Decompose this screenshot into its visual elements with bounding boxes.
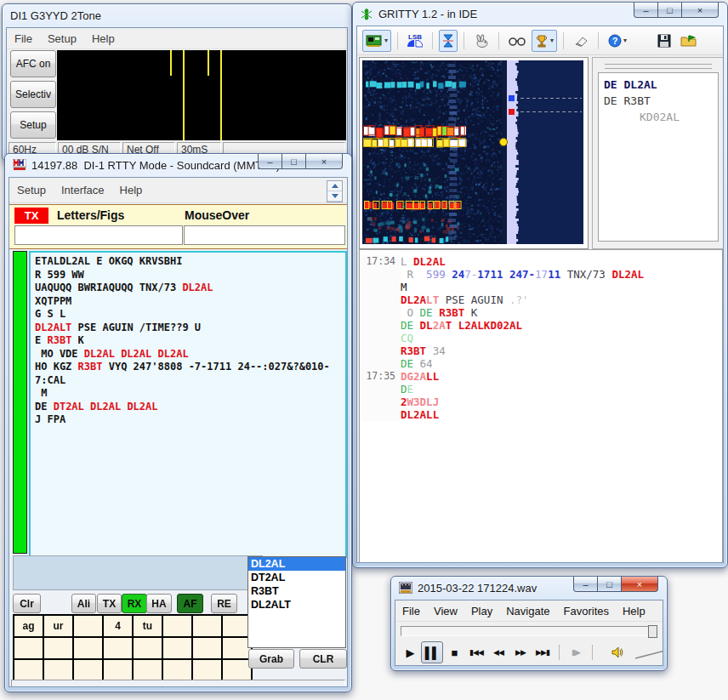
menu-item-help[interactable]: Help	[84, 29, 122, 48]
seek-thumb[interactable]	[648, 625, 657, 638]
callsign-box[interactable]: DE DL2ALDE R3BTKD02AL	[598, 72, 719, 242]
tx-buffer[interactable]	[13, 555, 263, 590]
text-segment: 2A	[433, 319, 446, 332]
best-decodes-button[interactable]: ▾	[532, 30, 557, 52]
menu-item-setup[interactable]: Setup	[40, 29, 84, 48]
list-item-dl2al[interactable]: DL2AL	[248, 557, 345, 571]
macro-button[interactable]	[14, 637, 43, 659]
minimize-button[interactable]: –	[573, 577, 598, 592]
clr-button[interactable]: CLR	[299, 649, 347, 669]
menu-item-view[interactable]: View	[427, 602, 464, 620]
menu-item-play[interactable]: Play	[464, 602, 499, 620]
seek-bar[interactable]	[401, 626, 657, 636]
macro-button[interactable]	[162, 615, 192, 637]
macro-button[interactable]: ag	[14, 615, 43, 637]
menu-item-navigate[interactable]: Navigate	[499, 602, 556, 620]
mouseover-field[interactable]	[184, 225, 345, 245]
side-button-afc-on[interactable]: AFC on	[10, 50, 56, 77]
close-button[interactable]: ×	[305, 154, 343, 169]
tx-button[interactable]: TX	[14, 208, 48, 224]
waterfall-panel[interactable]	[359, 57, 589, 249]
control-button-re[interactable]: RE	[211, 594, 237, 613]
minimize-button[interactable]: –	[634, 3, 658, 18]
menu-item-interface[interactable]: Interface	[54, 180, 112, 200]
close-button[interactable]: ×	[681, 3, 719, 18]
callsign-listbox[interactable]: DL2ALDT2ALR3BTDL2ALT	[247, 556, 346, 648]
save-button[interactable]	[654, 30, 674, 52]
menu-item-setup[interactable]: Setup	[9, 180, 54, 200]
titlebar-2tone[interactable]: DI1 G3YYD 2Tone	[3, 4, 351, 26]
list-item-dt2al[interactable]: DT2AL	[248, 571, 345, 584]
spin-up-button[interactable]	[327, 181, 342, 191]
decode-log[interactable]: 17:34L DL2AL R 599 247-1711 247-1711 TNX…	[359, 249, 723, 563]
menu-item-file[interactable]: File	[7, 29, 40, 48]
control-button-ha[interactable]: HA	[146, 594, 172, 613]
spin-control[interactable]	[327, 180, 343, 202]
macro-button[interactable]	[73, 637, 103, 659]
wav-skip-start-button[interactable]: ▮◀◀	[465, 641, 487, 663]
rx-text-window[interactable]: ETALDL2AL E OKGQ KRVSBHIR 599 WWUAQUQQ B…	[29, 251, 347, 558]
toolbar: ▾ LSB	[357, 26, 723, 55]
side-button-selectiv[interactable]: Selectiv	[10, 81, 56, 108]
help-button[interactable]: ? ▾	[605, 30, 630, 52]
volume-slider[interactable]	[634, 643, 663, 662]
menu-item-file[interactable]: File	[395, 602, 427, 620]
macro-button[interactable]	[73, 615, 103, 637]
control-button-af[interactable]: AF	[177, 594, 203, 613]
tone-align-button[interactable]	[439, 30, 458, 52]
wav-rewind-button[interactable]: ◀◀	[487, 641, 509, 663]
macro-button[interactable]	[133, 637, 162, 659]
side-button-setup[interactable]: Setup	[10, 111, 56, 139]
macro-button[interactable]	[103, 637, 133, 659]
mute-button[interactable]	[606, 641, 628, 663]
macro-button[interactable]: 4	[103, 615, 133, 637]
soundcard-select-button[interactable]: ▾	[362, 30, 391, 52]
macro-button[interactable]	[222, 659, 252, 681]
rx-line: M	[35, 387, 345, 401]
erase-button[interactable]	[570, 30, 592, 52]
control-button-clr[interactable]: Clr	[13, 594, 41, 613]
list-item-r3bt[interactable]: R3BT	[248, 584, 345, 598]
waterfall-display[interactable]	[362, 60, 583, 244]
macro-button[interactable]	[133, 659, 162, 681]
macro-button[interactable]	[192, 659, 222, 681]
macro-button[interactable]	[192, 615, 222, 637]
wav-step-button[interactable]: ▮▶	[565, 641, 587, 663]
close-button[interactable]: ×	[621, 577, 658, 592]
open-folder-button[interactable]	[677, 30, 701, 52]
control-button-ali[interactable]: Ali	[71, 594, 96, 613]
speed-rabbit-button[interactable]	[470, 30, 492, 52]
maximize-button[interactable]: □	[282, 154, 306, 169]
lsb-mode-button[interactable]: LSB	[404, 30, 426, 52]
macro-button[interactable]	[192, 637, 222, 659]
menu-item-help[interactable]: Help	[112, 180, 151, 200]
browse-decodes-button[interactable]	[505, 30, 529, 52]
macro-button[interactable]	[162, 637, 192, 659]
control-button-tx[interactable]: TX	[97, 594, 122, 613]
macro-button[interactable]: tu	[133, 615, 162, 637]
wav-skip-end-button[interactable]: ▶▶▮	[532, 641, 554, 663]
minimize-button[interactable]: –	[258, 154, 282, 169]
letters-figs-field[interactable]	[14, 225, 183, 245]
macro-button[interactable]	[14, 659, 43, 681]
control-button-rx[interactable]: RX	[122, 594, 147, 613]
volume-ramp-icon	[634, 643, 663, 662]
maximize-button[interactable]: □	[657, 3, 682, 18]
list-item-dl2alt[interactable]: DL2ALT	[248, 598, 345, 612]
macro-button[interactable]: ur	[43, 615, 73, 637]
maximize-button[interactable]: □	[597, 577, 622, 592]
wav-pause-button[interactable]: ▌▌	[421, 641, 443, 663]
wav-stop-button[interactable]: ■	[443, 641, 465, 663]
wav-forward-button[interactable]: ▶▶	[509, 641, 532, 663]
macro-button[interactable]	[73, 659, 103, 681]
menu-item-help[interactable]: Help	[616, 602, 652, 620]
panel-splitter[interactable]	[605, 64, 712, 69]
macro-button[interactable]	[162, 659, 192, 681]
macro-button[interactable]	[103, 659, 133, 681]
grab-button[interactable]: Grab	[248, 649, 294, 669]
macro-button[interactable]	[43, 637, 73, 659]
spin-down-button[interactable]	[327, 191, 342, 202]
menu-item-favorites[interactable]: Favorites	[557, 602, 616, 620]
wav-play-button[interactable]: ▶	[399, 641, 421, 663]
macro-button[interactable]	[43, 659, 73, 681]
